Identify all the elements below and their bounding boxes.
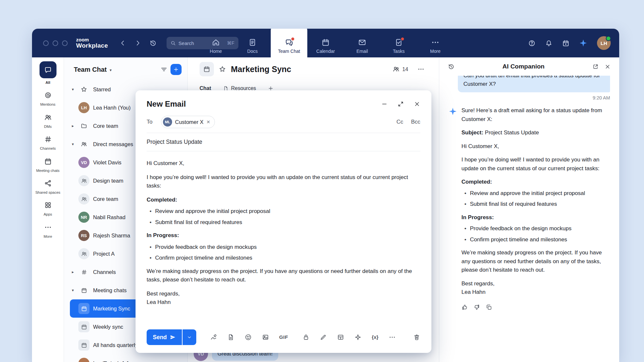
apps-icon bbox=[44, 200, 52, 210]
cc-button[interactable]: Cc bbox=[396, 119, 403, 125]
calendar-icon bbox=[321, 38, 330, 47]
ai-assist-button[interactable] bbox=[354, 334, 362, 341]
notifications-button[interactable] bbox=[545, 39, 553, 47]
email-body-editor[interactable]: Hi Customer X, I hope you’re doing well!… bbox=[136, 151, 431, 322]
avatar: LH bbox=[78, 102, 89, 113]
emoji-icon bbox=[245, 334, 252, 341]
tab-tasks[interactable]: Tasks bbox=[380, 29, 417, 57]
recipient-chip[interactable]: ML Customer X ✕ bbox=[161, 116, 215, 128]
chat-label: Lea Hanh (You) bbox=[93, 105, 131, 111]
members-button[interactable]: 14 bbox=[393, 66, 408, 73]
emoji-button[interactable] bbox=[245, 334, 252, 341]
minimize-window-button[interactable] bbox=[53, 40, 58, 46]
signature-button[interactable] bbox=[210, 334, 217, 341]
filter-button[interactable] bbox=[160, 66, 168, 73]
remove-recipient-icon[interactable]: ✕ bbox=[206, 119, 210, 125]
ai-close-button[interactable] bbox=[604, 64, 611, 70]
layout-button[interactable] bbox=[337, 334, 344, 341]
bcc-button[interactable]: Bcc bbox=[411, 119, 420, 125]
discard-draft-button[interactable] bbox=[413, 334, 420, 341]
template-button[interactable] bbox=[227, 334, 234, 341]
email-greeting: Hi Customer X, bbox=[147, 159, 420, 168]
meeting-calendar-icon bbox=[78, 339, 89, 351]
more-tools-button[interactable] bbox=[389, 334, 396, 341]
rail-item-meeting-chats[interactable]: Meeting chats bbox=[34, 157, 62, 173]
expand-button[interactable] bbox=[397, 101, 404, 107]
channel-more-button[interactable] bbox=[417, 66, 425, 73]
send-button[interactable]: Send bbox=[147, 329, 182, 345]
subject-input[interactable]: Project Status Update bbox=[136, 133, 431, 151]
chevron-right-icon bbox=[134, 39, 141, 47]
tab-email[interactable]: Email bbox=[344, 29, 380, 57]
back-button[interactable] bbox=[119, 39, 126, 47]
chat-label: Project A bbox=[93, 251, 115, 257]
rail-item-all[interactable]: All bbox=[34, 61, 62, 85]
close-window-button[interactable] bbox=[43, 40, 49, 46]
copy-button[interactable] bbox=[486, 304, 492, 310]
ai-response-closing: We’re making steady progress on the proj… bbox=[461, 249, 605, 275]
variables-button[interactable]: {x} bbox=[372, 334, 378, 340]
compose-toolbar: Send GIF bbox=[136, 322, 431, 353]
notification-dot bbox=[291, 37, 295, 41]
encrypt-button[interactable] bbox=[302, 334, 310, 341]
tab-team-chat[interactable]: Team Chat bbox=[271, 29, 307, 57]
tab-home[interactable]: Home bbox=[198, 29, 234, 57]
tab-label: Email bbox=[356, 49, 368, 54]
edit-button[interactable] bbox=[320, 334, 327, 341]
ai-conversation: Can you draft an email that provides a s… bbox=[439, 76, 619, 362]
rail-item-dms[interactable]: DMs bbox=[34, 113, 62, 129]
team-chat-icon bbox=[285, 38, 293, 47]
tab-label: Team Chat bbox=[278, 49, 300, 54]
rail-item-apps[interactable]: Apps bbox=[34, 200, 62, 217]
docs-icon bbox=[248, 38, 257, 47]
thumbs-up-button[interactable] bbox=[461, 304, 468, 310]
ai-inprogress-heading: In Progress: bbox=[461, 213, 605, 222]
ai-companion-sparkle-icon bbox=[448, 107, 457, 116]
image-icon bbox=[262, 334, 269, 341]
gif-button[interactable]: GIF bbox=[279, 334, 288, 340]
list-item: Confirm project timeline and milestones bbox=[147, 254, 420, 263]
caret-down-icon: ▾ bbox=[72, 87, 78, 92]
zoom-workplace-window: zoom Workplace Search ⌘F Home bbox=[32, 29, 619, 362]
ai-history-button[interactable] bbox=[448, 63, 455, 70]
more-icon bbox=[417, 66, 425, 73]
calendar-today-button[interactable] bbox=[562, 39, 570, 47]
history-button[interactable] bbox=[149, 39, 157, 47]
zoom-window-button[interactable] bbox=[62, 40, 68, 46]
filter-icon bbox=[160, 66, 168, 73]
chat-label: Weekly sync bbox=[93, 324, 123, 330]
ai-response-intro: Sure! Here’s a draft email asking for a … bbox=[461, 106, 605, 124]
user-avatar[interactable]: LH bbox=[597, 36, 611, 50]
ai-companion-button[interactable] bbox=[579, 39, 588, 47]
rail-item-shared-spaces[interactable]: Shared spaces bbox=[34, 178, 62, 195]
tab-docs[interactable]: Docs bbox=[234, 29, 271, 57]
meeting-calendar-icon bbox=[78, 321, 89, 332]
chat-item-lea-rajesh[interactable]: LR Lea/Rajesh 1:1 bbox=[70, 354, 184, 362]
favorite-star-button[interactable] bbox=[219, 66, 226, 73]
rail-item-mentions[interactable]: Mentions bbox=[34, 90, 62, 107]
rail-label: Channels bbox=[40, 146, 56, 151]
send-options-button[interactable] bbox=[183, 329, 196, 345]
rail-item-channels[interactable]: Channels bbox=[34, 134, 62, 151]
new-chat-button[interactable] bbox=[170, 64, 182, 75]
insert-image-button[interactable] bbox=[262, 334, 269, 341]
ai-panel-title: AI Companion bbox=[460, 63, 587, 70]
search-placeholder: Search bbox=[179, 40, 194, 46]
close-modal-button[interactable] bbox=[414, 101, 420, 107]
forward-button[interactable] bbox=[134, 39, 141, 47]
rail-item-more[interactable]: More bbox=[34, 222, 62, 239]
rail-label: Apps bbox=[43, 212, 52, 217]
minimize-button[interactable] bbox=[381, 101, 388, 107]
tab-calendar[interactable]: Calendar bbox=[307, 29, 344, 57]
help-button[interactable] bbox=[528, 39, 536, 47]
thumbs-down-button[interactable] bbox=[474, 304, 480, 310]
list-item: Provide feedback on the design mockups bbox=[147, 243, 420, 252]
email-inprogress-heading: In Progress: bbox=[147, 231, 420, 240]
ai-open-external-button[interactable] bbox=[592, 64, 599, 70]
tab-more[interactable]: More bbox=[417, 29, 454, 57]
thumbs-down-icon bbox=[474, 304, 480, 310]
thumbs-up-icon bbox=[461, 304, 468, 310]
panel-title[interactable]: Team Chat bbox=[74, 66, 107, 73]
chat-label: Nabil Rashad bbox=[93, 214, 125, 220]
chat-bubble-icon bbox=[40, 61, 56, 78]
